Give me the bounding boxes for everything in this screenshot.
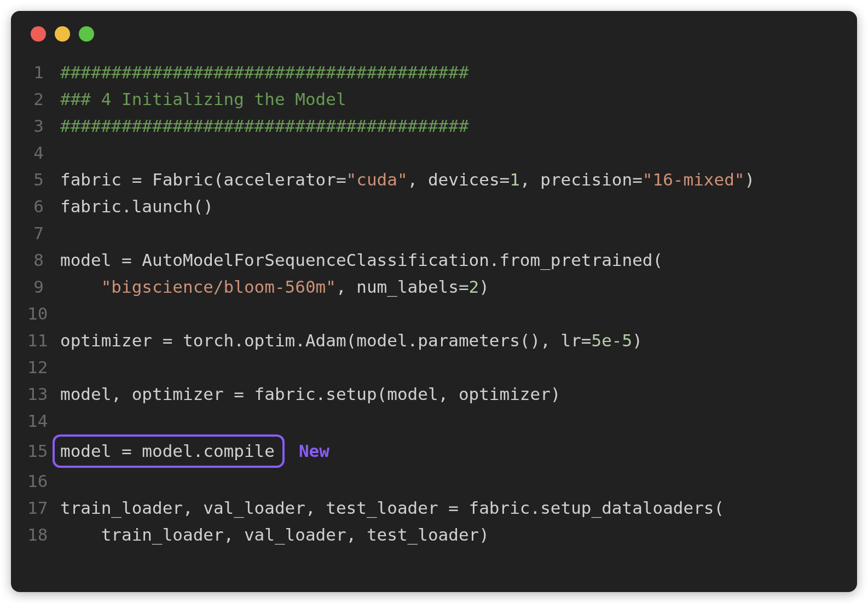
new-badge: New (299, 438, 329, 465)
token: fabric.launch() (60, 193, 213, 220)
code-line: 5fabric = Fabric(accelerator="cuda", dev… (27, 166, 841, 193)
token: model = model.compile (60, 438, 275, 465)
line-number: 6 (27, 193, 60, 220)
line-number: 3 (27, 113, 60, 140)
code-content: model = model.compileNew (60, 434, 329, 468)
highlight-box: model = model.compile (53, 434, 285, 468)
code-content: ######################################## (60, 59, 469, 86)
line-number: 18 (27, 521, 60, 548)
code-line: 2### 4 Initializing the Model (27, 86, 841, 113)
code-content: model, optimizer = fabric.setup(model, o… (60, 381, 561, 408)
token: , num_labels= (336, 274, 469, 300)
code-content: train_loader, val_loader, test_loader = … (60, 495, 724, 521)
code-line: 1#######################################… (27, 59, 841, 86)
line-number: 9 (27, 274, 60, 300)
code-line: 4 (27, 140, 841, 166)
line-number: 16 (27, 468, 60, 495)
line-number: 11 (27, 327, 60, 354)
token: train_loader, val_loader, test_loader = … (60, 495, 724, 521)
code-content: ### 4 Initializing the Model (60, 86, 346, 113)
minimize-icon[interactable] (55, 26, 70, 42)
token: fabric = Fabric(accelerator= (60, 166, 346, 193)
token (60, 274, 101, 300)
line-number: 14 (27, 408, 60, 434)
code-line: 10 (27, 300, 841, 327)
code-content: optimizer = torch.optim.Adam(model.param… (60, 327, 643, 354)
code-line: 15model = model.compileNew (27, 434, 841, 468)
line-number: 5 (27, 166, 60, 193)
line-number: 12 (27, 354, 60, 381)
code-content: ######################################## (60, 113, 469, 140)
code-window: 1#######################################… (11, 11, 857, 592)
token: ######################################## (60, 59, 469, 86)
token: 1 (510, 166, 520, 193)
code-content: model = AutoModelForSequenceClassificati… (60, 247, 663, 274)
token: train_loader, val_loader, test_loader) (60, 521, 489, 548)
code-editor[interactable]: 1#######################################… (11, 48, 857, 565)
line-number: 10 (27, 300, 60, 327)
code-line: 13model, optimizer = fabric.setup(model,… (27, 381, 841, 408)
token: "cuda" (346, 166, 408, 193)
code-content: fabric.launch() (60, 193, 213, 220)
line-number: 8 (27, 247, 60, 274)
token: model = AutoModelForSequenceClassificati… (60, 247, 663, 274)
code-line: 14 (27, 408, 841, 434)
token: 5e-5 (592, 327, 633, 354)
code-line: 8model = AutoModelForSequenceClassificat… (27, 247, 841, 274)
token: ######################################## (60, 113, 469, 140)
line-number: 1 (27, 59, 60, 86)
token: "16-mixed" (643, 166, 745, 193)
close-icon[interactable] (31, 26, 46, 42)
code-line: 18 train_loader, val_loader, test_loader… (27, 521, 841, 548)
token: model, optimizer = fabric.setup(model, o… (60, 381, 561, 408)
token: ) (745, 166, 755, 193)
code-line: 3#######################################… (27, 113, 841, 140)
token: ) (632, 327, 643, 354)
token: , devices= (408, 166, 510, 193)
token: , precision= (520, 166, 643, 193)
window-titlebar (11, 11, 857, 48)
code-line: 11optimizer = torch.optim.Adam(model.par… (27, 327, 841, 354)
line-number: 4 (27, 140, 60, 166)
token: ) (479, 274, 489, 300)
line-number: 13 (27, 381, 60, 408)
code-line: 12 (27, 354, 841, 381)
line-number: 2 (27, 86, 60, 113)
code-content: fabric = Fabric(accelerator="cuda", devi… (60, 166, 755, 193)
line-number: 7 (27, 220, 60, 247)
code-line: 16 (27, 468, 841, 495)
code-line: 17train_loader, val_loader, test_loader … (27, 495, 841, 521)
line-number: 17 (27, 495, 60, 521)
code-content: "bigscience/bloom-560m", num_labels=2) (60, 274, 489, 300)
code-line: 7 (27, 220, 841, 247)
token: 2 (469, 274, 479, 300)
token: ### 4 Initializing the Model (60, 86, 346, 113)
token: optimizer = torch.optim.Adam(model.param… (60, 327, 592, 354)
code-line: 6fabric.launch() (27, 193, 841, 220)
code-content: train_loader, val_loader, test_loader) (60, 521, 489, 548)
maximize-icon[interactable] (79, 26, 94, 42)
code-line: 9 "bigscience/bloom-560m", num_labels=2) (27, 274, 841, 300)
token: "bigscience/bloom-560m" (101, 274, 336, 300)
